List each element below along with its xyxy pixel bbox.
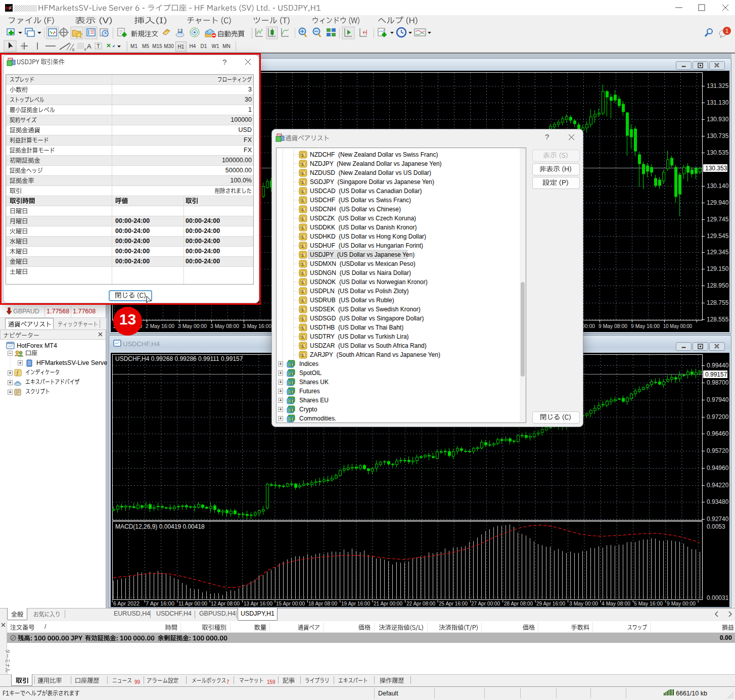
svg-text:131.325: 131.325 [707,82,729,89]
svg-text:$: $ [290,417,292,422]
svg-text:29 Apr 16:00: 29 Apr 16:00 [536,600,565,606]
svg-text:27 Apr 00:00: 27 Apr 00:00 [471,600,500,606]
svg-text:10 May 00:00: 10 May 00:00 [663,323,692,329]
svg-text:$: $ [301,271,304,276]
svg-text:USDRUB (US Dollar vs Ruble): USDRUB (US Dollar vs Ruble) [310,297,394,304]
svg-text:$: $ [301,289,304,294]
svg-text:F: F [9,6,12,11]
svg-text:128.555: 128.555 [707,316,729,323]
svg-text:9 May 08:00: 9 May 08:00 [599,323,627,329]
svg-text:$: $ [301,198,304,203]
svg-text:128.950: 128.950 [707,282,729,289]
svg-text:$: $ [301,353,304,358]
svg-text:3 May 16:00: 3 May 16:00 [243,323,271,329]
svg-text:USDNGN (US Dollar vs Naira Do: USDNGN (US Dollar vs Naira Dollar) [310,269,411,276]
svg-text:USDNOK (US Dollar vs Norwegia: USDNOK (US Dollar vs Norwegian Kronor) [310,278,428,286]
svg-text:0.97200: 0.97200 [707,413,729,421]
svg-text:130.735: 130.735 [707,132,729,139]
svg-text:Crypto: Crypto [299,406,317,413]
svg-text:$: $ [301,180,304,185]
svg-text:$: $ [290,372,292,376]
svg-text:$: $ [301,153,304,158]
svg-text:$: $ [301,171,304,176]
svg-text:$: $ [301,325,304,331]
svg-text:Futures: Futures [299,388,320,395]
svg-text:Shares EU: Shares EU [299,397,329,404]
svg-text:0.98700: 0.98700 [707,379,729,386]
svg-text:13 Apr 16:00: 13 Apr 16:00 [244,600,272,606]
svg-text:USDCZK (US Dollar vs Czech Ko: USDCZK (US Dollar vs Czech Koruna) [310,215,416,222]
svg-text:NZDJPY (New Zealand Dollar vs: NZDJPY (New Zealand Dollar vs Japanese Y… [310,160,442,167]
svg-text:25 Apr 16:00: 25 Apr 16:00 [439,600,468,606]
svg-text:USDZAR (US Dollar vs South Af: USDZAR (US Dollar vs South Africa Rand) [310,342,427,349]
svg-text:129.545: 129.545 [707,232,729,240]
svg-text:131.130: 131.130 [707,99,729,106]
svg-text:18 Apr 08:00: 18 Apr 08:00 [308,600,337,606]
svg-text:$: $ [301,253,304,258]
svg-text:$: $ [301,262,304,267]
svg-text:0.00031: 0.00031 [707,594,729,601]
svg-text:USDDKK (US Dollar vs Danish K: USDDKK (US Dollar vs Danish Kronor) [310,224,417,231]
svg-text:$: $ [301,316,304,321]
svg-text:$: $ [290,363,292,367]
svg-text:Commodities.: Commodities. [299,415,336,422]
svg-text:SpotOIL: SpotOIL [299,369,321,377]
svg-text:0.99440: 0.99440 [707,362,729,369]
svg-text:$: $ [301,216,304,221]
svg-text:12 Apr 08:00: 12 Apr 08:00 [211,600,240,606]
svg-text:$: $ [301,162,304,167]
svg-text:5 May 16:00: 5 May 16:00 [634,600,663,606]
svg-text:9 May 00:00: 9 May 00:00 [667,600,696,606]
svg-text:NZDUSD (New Zealand Dollar vs: NZDUSD (New Zealand Dollar vs US Dollar) [310,169,431,176]
svg-text:19 Apr 16:00: 19 Apr 16:00 [341,600,370,606]
svg-text:$: $ [290,399,292,403]
svg-text:Shares UK: Shares UK [299,379,329,386]
svg-text:USDSGD (US Dollar vs Singapor: USDSGD (US Dollar vs Singapore Dollar) [310,315,424,322]
svg-text:130.535: 130.535 [707,149,729,156]
svg-text:USDSEK (US Dollar vs Swedish: USDSEK (US Dollar vs Swedish Kronor) [310,306,421,313]
svg-text:0.99157: 0.99157 [705,371,727,378]
svg-text:NZDCHF (New Zealand Dollar vs: NZDCHF (New Zealand Dollar vs Swiss Fran… [310,151,438,158]
svg-text:USDCHF (US Dollar vs Swiss Fr: USDCHF (US Dollar vs Swiss Franc) [310,197,411,204]
svg-text:$: $ [301,244,304,249]
svg-text:130.140: 130.140 [707,182,729,190]
svg-text:Indices: Indices [299,360,318,367]
svg-text:0.94960: 0.94960 [707,464,729,472]
svg-text:130.353: 130.353 [705,165,727,172]
svg-text:128.755: 128.755 [707,299,729,306]
svg-text:0.92740: 0.92740 [707,516,729,523]
svg-text:USDCHF,H4 0.99268 0.99286 0.9: USDCHF,H4 0.99268 0.99286 0.99111 0.9915… [115,355,243,362]
svg-text:$: $ [301,235,304,240]
svg-text:$: $ [290,408,292,412]
svg-text:USDHUF (US Dollar vs Hungaria: USDHUF (US Dollar vs Hungarian Forint) [310,242,423,249]
svg-text:A: A [87,42,91,50]
svg-text:ZARJPY (South African Rand vs: ZARJPY (South African Rand vs Japanese Y… [310,351,440,358]
svg-text:129.150: 129.150 [707,265,729,272]
svg-text:T: T [97,43,100,49]
svg-text:$: $ [290,390,292,394]
svg-text:0.97940: 0.97940 [707,396,729,403]
svg-text:F: F [84,48,86,52]
svg-text:$: $ [301,225,304,230]
svg-text:22 Apr 08:00: 22 Apr 08:00 [406,600,435,606]
svg-text:$: $ [301,307,304,312]
svg-text:3 May 08:00: 3 May 08:00 [210,323,239,329]
svg-text:129.345: 129.345 [707,249,729,256]
svg-text:0.93480: 0.93480 [707,498,729,505]
svg-text:USDHKD (US Dollar vs Hong Kon: USDHKD (US Dollar vs Hong Kong Dollar) [310,233,426,240]
svg-text:$: $ [301,335,304,340]
svg-text:$: $ [301,189,304,194]
svg-text:USDCAD (US Dollar vs Canadian: USDCAD (US Dollar vs Canadian Dollar) [310,188,422,195]
svg-text:USDTHB (US Dollar vs Thai Bah: USDTHB (US Dollar vs Thai Baht) [310,324,403,331]
svg-text:0.94220: 0.94220 [707,482,729,489]
svg-text:H: H [6,6,9,11]
svg-text:$: $ [290,381,292,385]
svg-text:SGDJPY (Singapore Dollar vs J: SGDJPY (Singapore Dollar vs Japanese Yen… [310,178,434,185]
svg-text:9 May 16:00: 9 May 16:00 [631,323,660,329]
svg-text:0.96460: 0.96460 [707,430,729,437]
svg-text:3 May 00:00: 3 May 00:00 [569,600,598,606]
svg-text:$: $ [301,280,304,285]
svg-text:129.745: 129.745 [707,216,729,223]
svg-text:$: $ [301,344,304,349]
svg-text:USDMXN (USDollar vs Mexican P: USDMXN (USDollar vs Mexican Peso) [310,260,416,267]
